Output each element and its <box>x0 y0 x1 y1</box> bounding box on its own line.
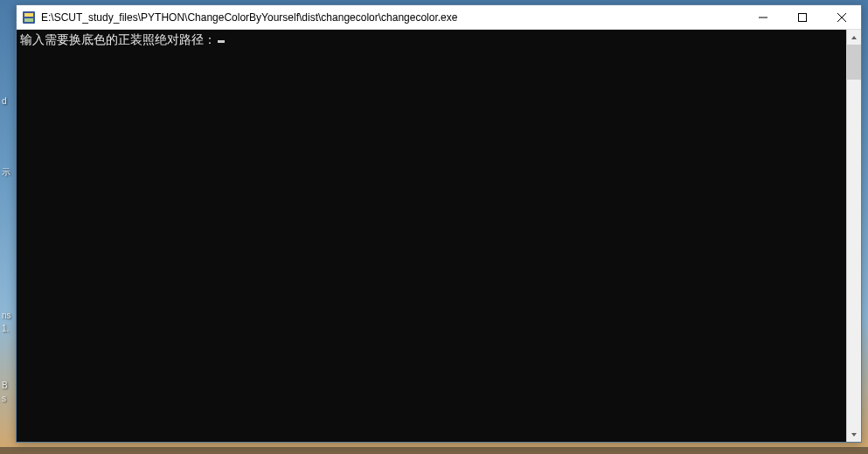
prompt-line: 输入需要换底色的正装照绝对路径： <box>20 31 843 47</box>
chevron-up-icon <box>851 34 858 41</box>
text-cursor <box>218 40 225 43</box>
maximize-button[interactable] <box>782 5 822 30</box>
desktop-fragment: 1. <box>2 324 9 333</box>
vertical-scrollbar[interactable] <box>846 30 861 442</box>
console-window: E:\SCUT_study_files\PYTHON\ChangeColorBy… <box>16 4 862 443</box>
prompt-text: 输入需要换底色的正装照绝对路径： <box>20 31 216 47</box>
desktop-fragment: s <box>2 394 6 403</box>
desktop-fragment: 示 <box>2 166 10 178</box>
desktop-fragment: ns <box>2 311 11 320</box>
console-output[interactable]: 输入需要换底色的正装照绝对路径： <box>17 30 846 442</box>
scroll-track[interactable] <box>847 45 861 427</box>
window-title: E:\SCUT_study_files\PYTHON\ChangeColorBy… <box>41 11 743 24</box>
titlebar[interactable]: E:\SCUT_study_files\PYTHON\ChangeColorBy… <box>17 5 861 30</box>
close-button[interactable] <box>822 5 861 30</box>
svg-rect-2 <box>24 18 33 22</box>
app-icon <box>22 10 36 24</box>
scroll-thumb[interactable] <box>847 45 861 80</box>
desktop-fragment: d <box>2 96 7 106</box>
svg-rect-1 <box>24 13 33 17</box>
minimize-button[interactable] <box>743 5 782 30</box>
scroll-down-button[interactable] <box>847 427 861 442</box>
scroll-up-button[interactable] <box>847 30 861 45</box>
taskbar-edge <box>0 447 868 454</box>
console-area: 输入需要换底色的正装照绝对路径： <box>17 30 861 442</box>
chevron-down-icon <box>851 431 858 438</box>
svg-rect-4 <box>798 14 806 22</box>
desktop-fragment: B <box>2 381 8 390</box>
svg-marker-7 <box>851 36 857 39</box>
window-controls <box>743 5 861 29</box>
svg-marker-8 <box>851 433 857 437</box>
desktop-background-icons: d 示 ns 1. B s <box>0 0 16 454</box>
